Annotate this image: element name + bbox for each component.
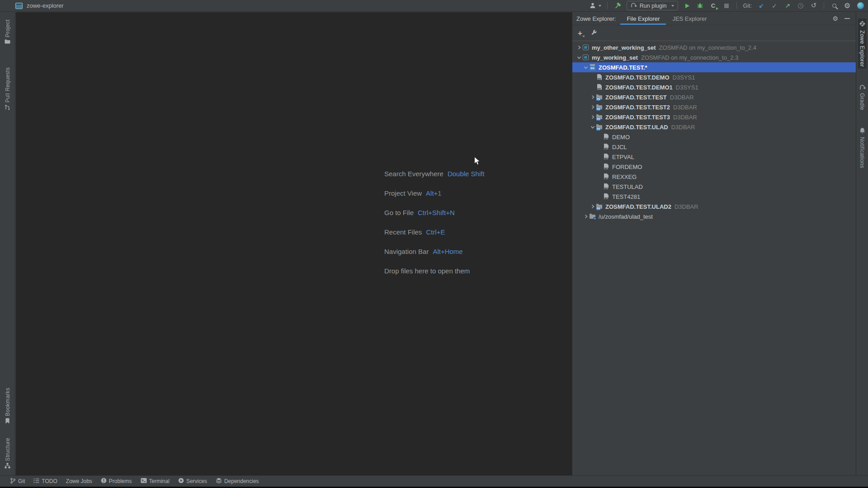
hint-shortcut: Double Shift: [448, 170, 485, 178]
tab-file-explorer[interactable]: File Explorer: [620, 12, 666, 25]
main-toolbar: Run plugin C Git: ↙ ✓ ↗ ↺ ⚙: [590, 0, 868, 11]
run-configuration-select[interactable]: Run plugin: [627, 1, 678, 10]
tree-row[interactable]: DSZOSMFAD.TEST.ULADD3DBAR: [572, 122, 856, 132]
search-icon[interactable]: [830, 1, 838, 10]
panel-minimize-icon[interactable]: [844, 18, 850, 19]
tree-item-label: TESTULAD: [612, 183, 643, 190]
ds-folder-icon: DS: [596, 113, 604, 121]
tree-row[interactable]: DSZOSMFAD.TEST.ULAD2D3DBAR: [572, 202, 856, 211]
tree-item-label: ZOSMFAD.TEST.DEMO1: [605, 84, 673, 91]
editor-empty-area[interactable]: Search EverywhereDouble ShiftProject Vie…: [16, 12, 572, 475]
stop-button[interactable]: [722, 1, 731, 10]
chevron-down-icon[interactable]: [582, 65, 589, 70]
user-menu-icon[interactable]: [590, 1, 601, 10]
tree-row[interactable]: my_other_working_setZOSMFAD on my_connec…: [572, 42, 856, 52]
stripe-item-label: Pull Requests: [5, 67, 11, 103]
stripe-item-project[interactable]: Project: [4, 18, 12, 47]
run-with-coverage-button[interactable]: C: [709, 1, 717, 10]
tree-item-label: REXXEG: [612, 174, 637, 180]
tree-item-meta: D3SYS1: [676, 84, 698, 91]
stripe-item-pull-requests[interactable]: Pull Requests: [4, 66, 12, 113]
tree-row[interactable]: DSZOSMFAD.TEST.TESTD3DBAR: [572, 92, 856, 102]
tree-row[interactable]: DSZOSMFAD.TEST.TEST2D3DBAR: [572, 102, 856, 112]
profile-sphere-icon[interactable]: [856, 1, 864, 10]
toolbar-divider: [824, 2, 824, 9]
add-button[interactable]: +: [578, 29, 582, 37]
tree-row[interactable]: MEMTEST4281: [572, 192, 856, 202]
history-clock-icon[interactable]: [797, 1, 805, 10]
tree-row[interactable]: /u/zosmfad/ulad_test: [572, 211, 856, 221]
chevron-down-icon: [671, 5, 674, 7]
toolwindow-button-label: Problems: [109, 478, 132, 484]
tree-row[interactable]: MEMFORDEMO: [572, 162, 856, 172]
run-configuration-label: Run plugin: [640, 3, 667, 9]
tree-row[interactable]: DSZOSMFAD.TEST.DEMOD3SYS1: [572, 72, 856, 82]
stripe-item-zowe-explorer[interactable]: Zowe Explorer: [858, 19, 867, 69]
tree-item-label: DJCL: [612, 144, 627, 150]
toolwindow-button-problems[interactable]: Problems: [101, 478, 132, 485]
stripe-item-notifications[interactable]: Notifications: [858, 126, 866, 170]
chevron-down-icon[interactable]: [589, 124, 596, 130]
shortcut-hint-row: Recent FilesCtrl+E: [384, 227, 485, 237]
tree-row[interactable]: MEMDJCL: [572, 142, 856, 152]
stop-icon: [724, 4, 729, 8]
dataset-tree: my_other_working_setZOSMFAD on my_connec…: [572, 41, 856, 221]
ds-pattern-icon: DS: [589, 64, 597, 71]
tree-row[interactable]: MEMREXXEG: [572, 172, 856, 182]
chevron-right-icon[interactable]: [582, 214, 589, 219]
toolwindow-button-zowe-jobs[interactable]: Zowe Jobs: [66, 478, 92, 484]
build-hammer-icon[interactable]: [613, 1, 622, 10]
chevron-right-icon[interactable]: [576, 45, 582, 50]
hint-shortcut: Ctrl+E: [426, 228, 445, 236]
member-icon: MEM: [603, 163, 610, 170]
git-update-icon[interactable]: ↙: [757, 1, 765, 10]
chevron-right-icon[interactable]: [589, 114, 596, 120]
shortcut-hint-row: Go to FileCtrl+Shift+N: [384, 208, 485, 218]
stripe-item-bookmarks[interactable]: Bookmarks: [4, 386, 12, 427]
stripe-item-structure[interactable]: Structure: [4, 436, 12, 472]
debug-button[interactable]: [696, 1, 704, 10]
toolwindow-button-todo[interactable]: TODO: [33, 478, 57, 485]
rollback-undo-icon[interactable]: ↺: [810, 1, 818, 10]
toolwindow-button-dependencies[interactable]: Dependencies: [216, 478, 259, 485]
tree-item-meta: D3DBAR: [670, 94, 694, 101]
chevron-down-icon[interactable]: [576, 55, 582, 60]
stripe-item-label: Notifications: [859, 137, 865, 168]
run-button[interactable]: [683, 1, 691, 10]
panel-header: Zowe Explorer: File Explorer JES Explore…: [572, 12, 856, 25]
git-commit-icon[interactable]: ✓: [770, 1, 778, 10]
tree-row[interactable]: MEMTESTULAD: [572, 182, 856, 192]
tree-row[interactable]: DSZOSMFAD.TEST.*: [572, 62, 856, 72]
tree-row[interactable]: MEMDEMO: [572, 132, 856, 142]
services-icon: [178, 478, 184, 485]
settings-gear-icon[interactable]: ⚙: [843, 1, 851, 10]
tree-row[interactable]: DSZOSMFAD.TEST.TEST3D3DBAR: [572, 112, 856, 122]
toolwindow-button-git[interactable]: Git: [10, 478, 25, 485]
git-push-icon[interactable]: ↗: [783, 1, 792, 10]
tree-item-label: ZOSMFAD.TEST.ULAD: [605, 124, 668, 131]
tree-row[interactable]: my_working_setZOSMFAD on my_connection_t…: [572, 52, 856, 62]
chevron-right-icon[interactable]: [589, 94, 596, 100]
toolwindow-button-services[interactable]: Services: [178, 478, 207, 485]
git-branch-icon: [10, 478, 16, 485]
shortcut-hint-row: Project ViewAlt+1: [384, 188, 485, 198]
tree-item-meta: D3DBAR: [673, 104, 697, 111]
chevron-right-icon[interactable]: [589, 204, 596, 209]
tree-row[interactable]: DSZOSMFAD.TEST.DEMO1D3SYS1: [572, 82, 856, 92]
chevron-down-icon: [582, 36, 585, 37]
bottom-tool-window-bar: GitTODOZowe JobsProblemsTerminalServices…: [0, 475, 868, 487]
wrench-settings-icon[interactable]: [590, 29, 597, 37]
tree-row[interactable]: MEMETPVAL: [572, 152, 856, 162]
git-label: Git:: [743, 3, 752, 9]
tree-item-label: ETPVAL: [612, 154, 634, 160]
shortcut-hint-row: Drop files here to open them: [384, 266, 485, 276]
chevron-right-icon[interactable]: [589, 104, 596, 110]
stripe-item-label: Gradle: [859, 93, 865, 110]
stripe-item-label: Structure: [5, 438, 11, 461]
tree-item-meta: ZOSMFAD on my_connection_to_2.4: [659, 44, 756, 51]
panel-gear-icon[interactable]: ⚙: [832, 15, 838, 22]
tab-jes-explorer[interactable]: JES Explorer: [666, 12, 713, 25]
toolwindow-button-terminal[interactable]: Terminal: [141, 478, 170, 485]
stripe-item-gradle[interactable]: Gradle: [858, 82, 867, 112]
mini-play-icon: [716, 7, 718, 10]
